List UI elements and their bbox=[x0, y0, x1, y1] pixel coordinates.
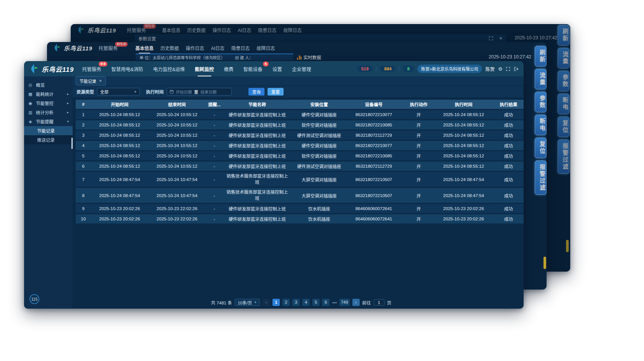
logout-icon[interactable] bbox=[514, 67, 518, 71]
start-date-placeholder: 开始日期 bbox=[176, 89, 192, 95]
side-action-button[interactable]: 复位 bbox=[558, 117, 569, 137]
back2-tab[interactable]: 基本信息 bbox=[135, 45, 154, 51]
creator-label: 创 建 人： bbox=[235, 55, 253, 60]
side-action-button[interactable]: 报警过滤 bbox=[535, 160, 547, 195]
scrollbar-thumb[interactable] bbox=[543, 257, 546, 269]
page-button[interactable]: 6 bbox=[322, 299, 329, 306]
page-button[interactable]: 1 bbox=[273, 299, 280, 306]
cell-exec-time: 2025-10-23 20:02:26 bbox=[437, 214, 490, 223]
resource-type-select[interactable]: 全部 ▼ bbox=[97, 88, 140, 96]
expand-icon[interactable] bbox=[489, 36, 493, 40]
back2-tab[interactable]: 操作日志 bbox=[186, 45, 204, 51]
page-button[interactable]: 2 bbox=[282, 299, 290, 306]
side-action-button[interactable]: 刷新 bbox=[535, 46, 547, 66]
sidebar-sub-item[interactable]: 推送记录 bbox=[24, 135, 73, 144]
page-button[interactable]: 5 bbox=[312, 299, 320, 306]
close-icon[interactable]: ✕ bbox=[499, 36, 503, 41]
sidebar-sub-item[interactable]: 节能记录 bbox=[24, 126, 73, 135]
side-action-button[interactable]: 流量 bbox=[558, 48, 569, 68]
alarm-count-badge[interactable]: 519 bbox=[357, 66, 373, 72]
gear-icon[interactable]: ⚙ bbox=[498, 66, 503, 72]
parameter-settings-title: 参数设置 bbox=[138, 36, 156, 42]
table-row[interactable]: 6 2025-10-24 08:55:12 2025-10-24 10:55:1… bbox=[76, 162, 524, 171]
col-device-no: 设备编号 bbox=[347, 100, 401, 109]
nav-item[interactable]: 能耗监控 bbox=[195, 65, 214, 73]
page-size-select[interactable]: 10条/页 ▼ bbox=[235, 299, 260, 306]
last-page-button[interactable]: 749 bbox=[339, 299, 349, 306]
cell-result: 成功 bbox=[490, 172, 524, 187]
sidebar-item[interactable]: ▦ 能耗统计 ▸ bbox=[24, 89, 73, 99]
nav-item[interactable]: 智慧用电&消防 bbox=[111, 65, 143, 73]
nav-item[interactable]: 企业管理 bbox=[292, 65, 311, 73]
side-action-button[interactable]: 流量 bbox=[535, 69, 547, 89]
fullscreen-icon[interactable] bbox=[506, 67, 510, 71]
table-row[interactable]: 5 2025-10-24 08:55:12 2025-10-24 10:55:1… bbox=[76, 151, 524, 160]
table-row[interactable]: 1 2025-10-24 08:55:12 2025-10-24 10:55:1… bbox=[76, 110, 524, 119]
sidebar-item-label: 节能提醒 bbox=[36, 118, 54, 125]
realtime-label: 实时数据 bbox=[303, 54, 321, 60]
back3-tab[interactable]: 故障日志 bbox=[283, 27, 302, 33]
scrollbar-thumb[interactable] bbox=[566, 240, 569, 252]
table-row[interactable]: 9 2025-10-23 20:02:26 2025-10-23 22:02:2… bbox=[76, 204, 524, 213]
version-badge[interactable]: 115 bbox=[29, 294, 39, 304]
back3-tab[interactable]: 操作日志 bbox=[213, 27, 231, 33]
parameter-settings-bar: 参数设置 ✕ bbox=[135, 34, 506, 42]
goto-page-input[interactable] bbox=[374, 299, 384, 306]
table-row[interactable]: 3 2025-10-24 08:55:12 2025-10-24 10:55:1… bbox=[76, 131, 524, 140]
side-action-button[interactable]: 复位 bbox=[535, 138, 547, 158]
query-button[interactable]: 查询 bbox=[248, 88, 264, 96]
back2-tab[interactable]: 隐患日志 bbox=[231, 45, 250, 51]
cell-remind: - bbox=[206, 120, 223, 130]
table-row[interactable]: 10 2025-10-23 20:02:26 2025-10-23 22:02:… bbox=[76, 214, 524, 223]
next-page-button[interactable]: › bbox=[352, 299, 360, 306]
warning-count-badge[interactable]: 884 bbox=[380, 66, 396, 72]
table-row[interactable]: 8 2025-10-24 08:47:54 2025-10-24 10:47:5… bbox=[76, 188, 524, 203]
cell-install-location: 硬件测试空调对插插座 bbox=[291, 162, 347, 171]
sidebar-item[interactable]: ◎ 概览 bbox=[24, 80, 73, 89]
back2-service-tab[interactable]: 托管服务 671-0 bbox=[99, 44, 118, 52]
side-action-button[interactable]: 刷新 bbox=[558, 25, 569, 45]
sidebar-item[interactable]: ▥ 统计分析 ▸ bbox=[24, 108, 73, 117]
company-badge[interactable]: 陈贺>新北京乐鸟科技有限公司 bbox=[417, 65, 482, 73]
side-action-button[interactable]: 参数 bbox=[558, 71, 569, 91]
nav-item[interactable]: 电力监控&运维 bbox=[153, 65, 185, 73]
page-button[interactable]: 4 bbox=[302, 299, 310, 306]
tab-energy-records[interactable]: 节能记录 ✕ bbox=[76, 76, 106, 86]
table-row[interactable]: 2 2025-10-24 08:55:12 2025-10-24 10:55:1… bbox=[76, 120, 524, 130]
back3-tab[interactable]: 历史数据 bbox=[187, 27, 206, 33]
back2-tab[interactable]: 故障日志 bbox=[256, 45, 275, 51]
side-action-button[interactable]: 断电 bbox=[558, 94, 569, 114]
date-range-picker[interactable]: 开始日期 至 结束日期 bbox=[167, 88, 232, 96]
back3-tab[interactable]: AI日志 bbox=[238, 27, 251, 33]
nav-item[interactable]: 缴费 bbox=[224, 65, 234, 73]
cell-index: 2 bbox=[76, 120, 91, 130]
nav-item[interactable]: 智能设备 6 bbox=[243, 65, 263, 73]
back3-tab[interactable]: 基本信息 bbox=[162, 27, 180, 33]
cell-start-time: 2025-10-24 08:55:12 bbox=[91, 110, 148, 119]
close-icon[interactable]: ✕ bbox=[99, 79, 102, 83]
table-row[interactable]: 7 2025-10-24 08:47:54 2025-10-24 10:47:5… bbox=[76, 172, 524, 187]
col-end-time: 结束时间 bbox=[148, 100, 206, 109]
back3-service-tab[interactable]: 托管服务 671-0 bbox=[127, 26, 146, 34]
nav-item-label: 设置 bbox=[273, 67, 282, 72]
cell-exec-time: 2025-10-24 08:55:12 bbox=[437, 162, 490, 171]
sidebar-item[interactable]: ◈ 节能提醒 ▾ bbox=[24, 117, 73, 126]
back2-tab[interactable]: AI日志 bbox=[211, 45, 224, 51]
page-button[interactable]: 3 bbox=[292, 299, 300, 306]
nav-item[interactable]: 设置 bbox=[273, 65, 282, 73]
reset-button[interactable]: 重置 bbox=[268, 88, 284, 96]
table-row[interactable]: 4 2025-10-24 08:55:12 2025-10-24 10:55:1… bbox=[76, 141, 524, 150]
side-action-button[interactable]: 参数 bbox=[535, 92, 547, 112]
side-action-button[interactable]: 断电 bbox=[535, 115, 547, 135]
back2-tab[interactable]: 历史数据 bbox=[161, 45, 179, 51]
back3-tab[interactable]: 隐患日志 bbox=[258, 27, 276, 33]
back3-tabs: 基本信息 历史数据 操作日志 AI日志 隐患日志 bbox=[162, 27, 302, 33]
sidebar-item[interactable]: ◉ 节能管控 ▸ bbox=[24, 99, 73, 108]
back3-service-badge: 671-0 bbox=[143, 24, 156, 29]
ok-count-badge[interactable]: 8 bbox=[403, 66, 414, 72]
user-name[interactable]: 陈贺 bbox=[485, 66, 495, 72]
nav-item[interactable]: 托管服务 9-8 bbox=[82, 65, 101, 73]
chevron-icon: ▾ bbox=[67, 120, 69, 123]
side-action-button[interactable]: 报警过滤 bbox=[558, 139, 569, 174]
prev-page-button[interactable]: ‹ bbox=[263, 299, 270, 306]
